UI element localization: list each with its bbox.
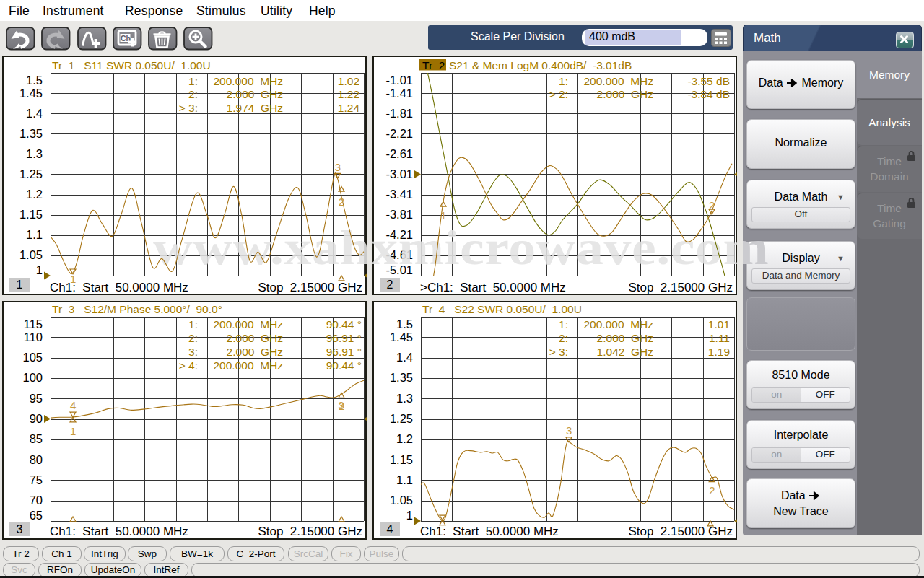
svg-text:Tr 1 S11 SWR 0.050U/ 1.00U: Tr 1 S11 SWR 0.050U/ 1.00U — [52, 59, 211, 71]
svg-text:Tr 3 S12/M Phase 5.000°/ 9: Tr 3 S12/M Phase 5.000°/ 90.0° — [52, 303, 222, 315]
svg-text:1.15: 1.15 — [19, 208, 43, 221]
svg-text:1.01: 1.01 — [708, 318, 730, 330]
svg-text:90.44 °: 90.44 ° — [326, 318, 362, 330]
svg-text:2: 2 — [339, 196, 344, 208]
svg-text:4: 4 — [387, 523, 393, 535]
svg-text:1.35: 1.35 — [390, 371, 413, 384]
svg-text:96.91 °: 96.91 ° — [326, 332, 362, 344]
svg-text:-3.81: -3.81 — [385, 208, 413, 221]
svg-text:2.000 GHz: 2.000 GHz — [227, 88, 283, 100]
svg-text:100: 100 — [22, 371, 43, 384]
svg-text:Ch1: Start 50.0000 MHz: Ch1: Start 50.0000 MHz — [420, 525, 559, 538]
svg-text:> 3:: > 3: — [179, 102, 198, 114]
svg-text:110: 110 — [24, 330, 43, 343]
svg-text:1: 1 — [406, 509, 413, 522]
svg-text:Ch1: Start 50.0000 MHz: Ch1: Start 50.0000 MHz — [50, 525, 188, 538]
svg-text:> 4:: > 4: — [179, 359, 198, 372]
svg-text:1.02: 1.02 — [338, 75, 359, 87]
svg-text:>Ch1: Start 50.0000 MHz: >Ch1: Start 50.0000 MHz — [420, 281, 566, 294]
svg-text:1.042 GHz: 1.042 GHz — [597, 346, 653, 358]
svg-text:1.22: 1.22 — [338, 88, 359, 100]
svg-text:105: 105 — [22, 351, 43, 364]
svg-text:-1.01: -1.01 — [385, 74, 413, 87]
svg-text:-1.41: -1.41 — [385, 87, 413, 100]
svg-text:1: 1 — [440, 209, 446, 222]
svg-text:1.4: 1.4 — [396, 351, 413, 364]
svg-text:1.45: 1.45 — [19, 87, 43, 100]
svg-text:2:: 2: — [188, 332, 198, 344]
svg-text:80: 80 — [30, 453, 43, 466]
svg-text:1.25: 1.25 — [19, 167, 43, 180]
svg-text:1:: 1: — [559, 318, 568, 330]
svg-text:2: 2 — [387, 279, 393, 291]
svg-text:65: 65 — [30, 509, 43, 522]
svg-text:1.11: 1.11 — [709, 332, 730, 344]
svg-text:96.91 °: 96.91 ° — [326, 346, 362, 358]
svg-text:1.1: 1.1 — [396, 473, 413, 486]
svg-text:2.000 GHz: 2.000 GHz — [597, 88, 653, 100]
svg-text:Stop 2.15000 GHz: Stop 2.15000 GHz — [628, 281, 733, 294]
svg-text:1.45: 1.45 — [390, 330, 413, 343]
svg-text:1: 1 — [70, 425, 76, 437]
svg-text:200.000 MHz: 200.000 MHz — [214, 75, 284, 87]
svg-text:www.xahxmicrowave.com: www.xahxmicrowave.com — [372, 220, 737, 275]
svg-text:200.000 MHz: 200.000 MHz — [214, 359, 284, 372]
svg-text:2: 2 — [709, 199, 715, 211]
svg-text:1.5: 1.5 — [26, 74, 43, 87]
svg-text:2.000 GHz: 2.000 GHz — [227, 332, 283, 344]
svg-text:-2.61: -2.61 — [385, 147, 413, 160]
svg-text:2:: 2: — [559, 332, 568, 344]
svg-text:1.5: 1.5 — [396, 318, 413, 330]
svg-text:2: 2 — [339, 400, 344, 412]
svg-text:1.4: 1.4 — [26, 107, 43, 120]
svg-text:2.000 GHz: 2.000 GHz — [597, 332, 653, 344]
svg-text:1.2: 1.2 — [396, 432, 413, 445]
svg-text:3: 3 — [335, 161, 341, 173]
svg-text:1:: 1: — [559, 75, 568, 87]
svg-text:200.000 MHz: 200.000 MHz — [214, 318, 284, 330]
svg-text:3: 3 — [17, 523, 23, 535]
svg-text:Tr 4 S22 SWR 0.050U/ 1.00U: Tr 4 S22 SWR 0.050U/ 1.00U — [422, 303, 582, 315]
svg-text:-3.84 dB: -3.84 dB — [687, 88, 730, 100]
svg-text:Tr 2: Tr 2 — [422, 59, 445, 71]
svg-text:90.44 °: 90.44 ° — [326, 359, 362, 372]
svg-text:1.24: 1.24 — [338, 102, 360, 114]
svg-text:3:: 3: — [188, 346, 198, 358]
svg-text:2:: 2: — [188, 88, 198, 100]
svg-text:3: 3 — [566, 424, 572, 437]
svg-text:Stop 2.15000 GHz: Stop 2.15000 GHz — [258, 525, 362, 538]
svg-text:1.05: 1.05 — [19, 248, 43, 261]
svg-text:200.000 MHz: 200.000 MHz — [584, 318, 654, 330]
svg-text:Stop 2.15000 GHz: Stop 2.15000 GHz — [628, 525, 733, 538]
svg-text:115: 115 — [24, 318, 43, 330]
svg-text:200.000 MHz: 200.000 MHz — [584, 75, 654, 87]
svg-text:-3.41: -3.41 — [385, 188, 413, 201]
svg-text:-1.81: -1.81 — [385, 107, 413, 120]
svg-text:95: 95 — [30, 392, 43, 405]
svg-text:-3.01: -3.01 — [385, 167, 413, 180]
svg-text:1.35: 1.35 — [19, 127, 43, 140]
svg-text:1.25: 1.25 — [390, 412, 413, 425]
svg-text:90: 90 — [30, 412, 43, 425]
svg-text:> 2:: > 2: — [549, 88, 568, 100]
svg-text:1.3: 1.3 — [26, 147, 43, 160]
svg-text:1.3: 1.3 — [396, 392, 413, 405]
svg-text:1: 1 — [70, 273, 76, 285]
svg-text:-2.21: -2.21 — [385, 127, 413, 140]
svg-text:1: 1 — [17, 279, 23, 291]
svg-text:4: 4 — [70, 399, 76, 411]
svg-text:1:: 1: — [188, 318, 198, 330]
svg-text:Stop 2.15000 GHz: Stop 2.15000 GHz — [258, 281, 362, 294]
svg-text:70: 70 — [30, 494, 43, 507]
svg-text:1:: 1: — [188, 75, 198, 87]
svg-text:1.15: 1.15 — [390, 453, 413, 466]
svg-text:1.1: 1.1 — [26, 228, 43, 241]
svg-text:1.974 GHz: 1.974 GHz — [227, 102, 283, 114]
svg-text:S21 & Mem LogM 0.400dB/ -3.01: S21 & Mem LogM 0.400dB/ -3.01dB — [449, 59, 632, 71]
svg-text:> 3:: > 3: — [549, 346, 568, 358]
svg-text:1.19: 1.19 — [708, 346, 730, 358]
svg-text:1.05: 1.05 — [390, 494, 413, 507]
svg-text:2: 2 — [709, 484, 715, 496]
svg-text:75: 75 — [30, 473, 43, 486]
svg-text:1: 1 — [36, 263, 43, 276]
